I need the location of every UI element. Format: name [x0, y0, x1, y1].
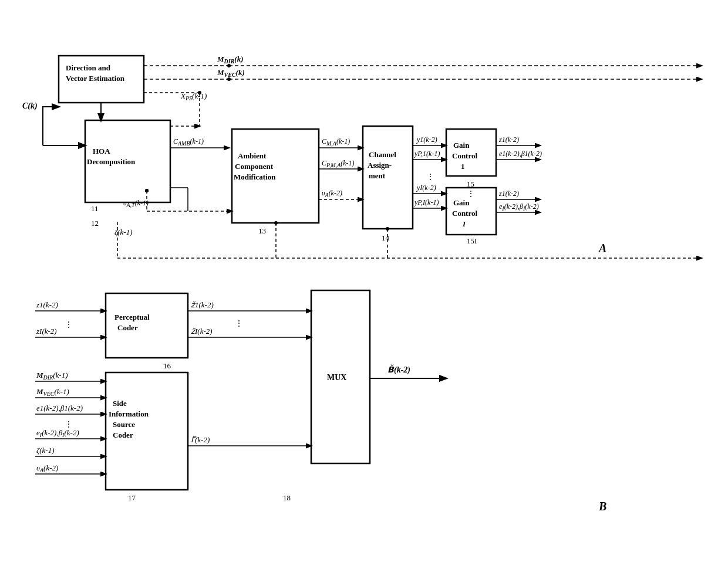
- gammatilde-label: Γ̆(k-2): [191, 435, 210, 444]
- ambient-label3: Modification: [234, 172, 276, 181]
- num16: 16: [163, 361, 171, 370]
- num151: 15I: [467, 236, 477, 245]
- ambient-label1: Ambient: [238, 151, 267, 160]
- dir-vec-label: Direction and: [66, 63, 111, 72]
- sideinfo-label3: Source: [113, 420, 135, 429]
- gain1-label1: Gain: [453, 141, 470, 150]
- ztilde1-label: z̆1(k-2): [191, 300, 214, 309]
- mdir-label: MDIR(k): [217, 55, 244, 65]
- yI-label: yI(k-2): [416, 184, 436, 192]
- diagram-container: C(k) Direction and Vector Estimation MDI…: [0, 0, 728, 569]
- y1-label: y1(k-2): [416, 136, 437, 144]
- zeta-b-label: ζ(k-1): [36, 446, 55, 455]
- sideinfo-label2: Information: [109, 409, 149, 418]
- va-b-label: υA(k-2): [36, 463, 58, 473]
- mvec-label: MVEC(k): [217, 68, 245, 78]
- num18: 18: [283, 493, 291, 502]
- dir-vec-label2: Vector Estimation: [66, 74, 125, 83]
- xps-label: XPS(k-1): [180, 92, 207, 101]
- eIbI-label: eI(k-2),βI(k-2): [499, 202, 539, 212]
- partA-label: A: [598, 242, 606, 255]
- ztildeI-label: z̆I(k-2): [191, 327, 213, 336]
- dots5: ⋮: [65, 420, 73, 429]
- gainI-label2: Control: [452, 209, 477, 218]
- channel-label3: ment: [369, 171, 386, 180]
- svg-point-36: [274, 221, 278, 225]
- cpma-label: CP,M,A(k-1): [322, 159, 355, 168]
- svg-point-20: [145, 189, 149, 192]
- ck-label: C(k): [22, 101, 38, 111]
- dots2: ⋮: [467, 189, 475, 198]
- eIbI-b-label: eI(k-2),βI(k-2): [36, 428, 79, 438]
- gain1-label3: 1: [461, 162, 465, 171]
- num12: 12: [91, 219, 99, 228]
- e1b1-label: e1(k-2),β1(k-2): [499, 150, 542, 158]
- gainI-label1: Gain: [453, 198, 470, 207]
- va-label: υA(k-2): [322, 189, 342, 198]
- camb-label: CAMB(k-1): [173, 137, 204, 147]
- mdir-b-label: MDIR(k-1): [36, 371, 68, 381]
- hoa-label1: HOA: [93, 147, 110, 155]
- svg-point-38: [386, 227, 389, 231]
- zIout-label: z1(k-2): [498, 189, 519, 198]
- num13: 13: [258, 226, 266, 235]
- mvec-b-label: MVEC(k-1): [36, 387, 69, 397]
- num17: 17: [128, 493, 136, 502]
- hoa-label2: Decomposition: [87, 157, 136, 166]
- ambient-label2: Component: [235, 162, 274, 171]
- sideinfo-label1: Side: [113, 399, 127, 408]
- perceptual-label2: Coder: [117, 323, 138, 332]
- ypI-label: yP,I(k-1): [414, 198, 439, 206]
- yp1-label: yP,1(k-1): [414, 150, 440, 158]
- e1b1-b-label: e1(k-2),β1(k-2): [36, 404, 83, 412]
- perceptual-label1: Perceptual: [114, 313, 150, 321]
- z1b-label: z1(k-2): [36, 300, 58, 309]
- mux-label: MUX: [327, 373, 346, 382]
- num11: 11: [91, 204, 99, 213]
- sideinfo-label4: Coder: [113, 431, 133, 439]
- channel-label1: Channel: [369, 150, 396, 159]
- channel-label2: Assign-: [368, 161, 392, 170]
- main-svg: C(k) Direction and Vector Estimation MDI…: [0, 0, 728, 569]
- num14: 14: [382, 233, 390, 242]
- dots4: ⋮: [235, 319, 243, 328]
- zeta-label: ζ(k-1): [114, 228, 133, 236]
- Btilde-label: B̆(k-2): [387, 364, 410, 375]
- cma-label: CM,A(k-1): [322, 137, 350, 147]
- dots3: ⋮: [65, 320, 73, 329]
- partB-label: B: [598, 500, 606, 513]
- zIb-label: zI(k-2): [36, 327, 57, 336]
- gainI-label3: I: [462, 219, 466, 228]
- dots1: ⋮: [426, 172, 434, 181]
- vat-label: υA,T(k-1): [123, 199, 149, 208]
- z1out-label: z1(k-2): [498, 136, 519, 144]
- gain1-label2: Control: [452, 151, 477, 160]
